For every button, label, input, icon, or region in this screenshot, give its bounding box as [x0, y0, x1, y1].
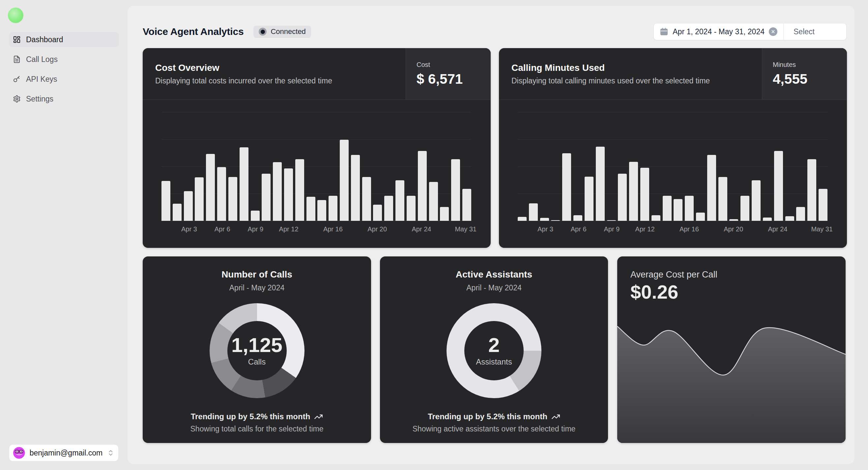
trend-text: Trending up by 5.2% this month — [191, 412, 310, 421]
active-assistants-card: Active Assistants April - May 2024 2 Ass… — [380, 256, 608, 443]
user-account-menu[interactable]: benjamin@gmail.com — [9, 444, 119, 462]
sidebar-item-dashboard[interactable]: Dashboard — [9, 32, 119, 47]
bar — [362, 177, 371, 221]
bar — [418, 151, 427, 221]
avatar — [13, 447, 25, 459]
card-title: Calling Minutes Used — [512, 63, 749, 73]
bar — [184, 191, 193, 221]
x-axis: Apr 3Apr 6Apr 9Apr 12Apr 16Apr 20Apr 24M… — [518, 221, 828, 236]
card-header: Cost Overview Displaying total costs inc… — [143, 48, 491, 100]
user-email: benjamin@gmail.com — [30, 448, 103, 458]
x-axis-label: May 31 — [811, 225, 833, 233]
calendar-icon — [660, 27, 668, 36]
bar — [651, 215, 660, 221]
x-axis-label: Apr 6 — [215, 225, 230, 233]
trending-up-icon — [314, 412, 323, 421]
bar — [161, 181, 170, 221]
document-icon — [13, 55, 21, 63]
x-axis-label: Apr 24 — [768, 225, 787, 233]
card-title: Average Cost per Call — [630, 270, 717, 280]
bar — [396, 180, 404, 221]
page-title: Voice Agent Analytics — [143, 26, 244, 37]
main-panel: Voice Agent Analytics Connected Apr 1, 2… — [127, 6, 855, 464]
x-axis-label: Apr 20 — [367, 225, 387, 233]
bar — [696, 213, 705, 221]
date-range-button[interactable]: Apr 1, 2024 - May 31, 2024 — [654, 23, 783, 40]
chevrons-up-down-icon — [107, 449, 114, 457]
average-cost-value: $0.26 — [630, 281, 678, 303]
minutes-bar-chart — [518, 107, 828, 221]
x-axis-label: Apr 16 — [323, 225, 343, 233]
sidebar: Dashboard Call Logs API Keys Settings be… — [0, 0, 127, 470]
bar — [429, 182, 438, 221]
card-header: Calling Minutes Used Displaying total ca… — [499, 48, 847, 100]
x-axis-label: Apr 9 — [247, 225, 263, 233]
x-axis-label: Apr 20 — [724, 225, 743, 233]
x-axis-label: Apr 3 — [181, 225, 197, 233]
sidebar-item-label: Settings — [26, 95, 53, 103]
bar — [707, 155, 716, 221]
page-header: Voice Agent Analytics Connected Apr 1, 2… — [143, 22, 846, 41]
sidebar-item-call-logs[interactable]: Call Logs — [9, 52, 119, 67]
x-axis-label: Apr 6 — [571, 225, 587, 233]
card-title: Active Assistants — [380, 269, 608, 280]
bar — [763, 218, 772, 221]
bar — [640, 168, 649, 221]
assistants-donut-chart: 2 Assistants — [446, 303, 541, 398]
clear-date-button[interactable] — [769, 27, 777, 36]
dashboard-grid-icon — [13, 36, 21, 43]
bar — [629, 162, 638, 221]
status-badge: Connected — [253, 26, 311, 38]
bar — [295, 159, 304, 221]
cost-bar-chart — [161, 107, 471, 221]
bar — [440, 207, 449, 221]
bars — [161, 107, 471, 221]
x-axis-label: Apr 24 — [411, 225, 431, 233]
bar — [818, 189, 828, 221]
trending-up-icon — [551, 412, 560, 421]
bar — [585, 177, 593, 221]
sidebar-item-label: Dashboard — [26, 35, 63, 44]
bar — [518, 217, 527, 221]
sidebar-item-settings[interactable]: Settings — [9, 91, 119, 106]
cost-overview-card: Cost Overview Displaying total costs inc… — [143, 48, 491, 248]
sidebar-item-label: Call Logs — [26, 55, 58, 64]
bar — [596, 147, 605, 221]
bar — [251, 211, 260, 221]
x-axis-label: Apr 12 — [636, 225, 655, 233]
sidebar-item-api-keys[interactable]: API Keys — [9, 71, 119, 87]
x-axis-label: Apr 12 — [279, 225, 299, 233]
metric-value: 4,555 — [773, 71, 836, 87]
bar — [407, 196, 415, 221]
x-axis-label: Apr 9 — [604, 225, 620, 233]
trend-text: Trending up by 5.2% this month — [428, 412, 547, 421]
metric-panel: Minutes 4,555 — [762, 48, 847, 99]
bar — [562, 153, 571, 221]
bar — [373, 205, 382, 221]
sidebar-nav: Dashboard Call Logs API Keys Settings — [9, 32, 119, 106]
sidebar-item-label: API Keys — [26, 75, 57, 84]
bar — [240, 147, 248, 221]
assistants-unit: Assistants — [476, 357, 512, 367]
bar — [529, 203, 538, 221]
bar — [228, 177, 237, 221]
trend-note: Showing total calls for the selected tim… — [143, 425, 371, 433]
trend-note: Showing active assistants over the selec… — [380, 425, 608, 433]
trend-row: Trending up by 5.2% this month — [143, 412, 371, 421]
bar — [574, 215, 582, 221]
date-range-control: Apr 1, 2024 - May 31, 2024 Select — [653, 23, 846, 40]
calls-total: 1,125 — [231, 335, 282, 355]
app-logo — [8, 7, 23, 23]
bar — [663, 196, 672, 221]
calls-donut-chart: 1,125 Calls — [210, 303, 305, 398]
bar — [195, 177, 204, 221]
date-range-value: Apr 1, 2024 - May 31, 2024 — [673, 27, 765, 36]
average-cost-card: Average Cost per Call $0.26 — [617, 256, 845, 443]
bar — [262, 174, 271, 221]
date-select-button[interactable]: Select — [784, 23, 846, 40]
gear-icon — [13, 95, 21, 103]
bar — [284, 168, 293, 221]
card-title: Number of Calls — [143, 269, 371, 280]
bar — [384, 196, 393, 221]
bar — [540, 218, 549, 221]
